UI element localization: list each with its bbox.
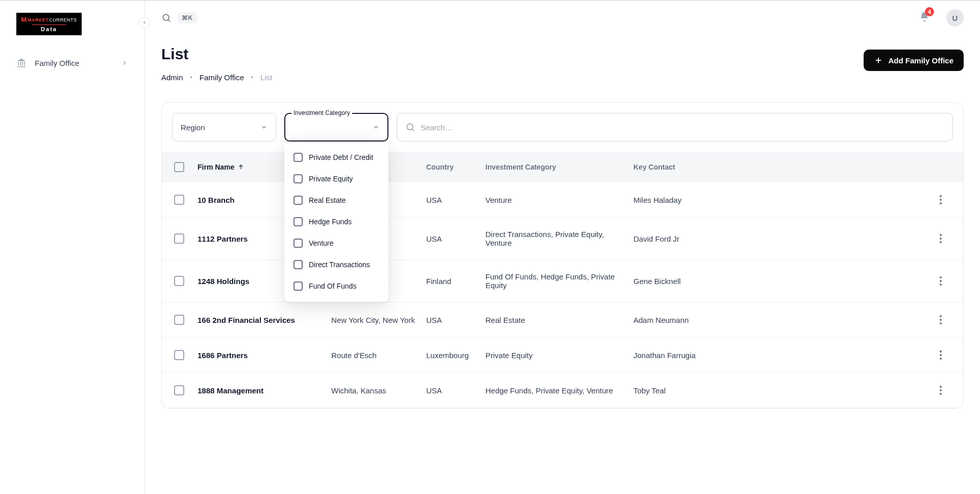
more-icon[interactable] bbox=[940, 234, 942, 243]
svg-line-1 bbox=[168, 20, 170, 22]
column-country[interactable]: Country bbox=[426, 163, 485, 171]
cell-location: Route d'Esch bbox=[331, 351, 426, 360]
notifications-button[interactable]: 4 bbox=[919, 11, 930, 25]
chevron-up-icon bbox=[373, 124, 380, 131]
investment-category-select[interactable]: Investment Category bbox=[284, 113, 388, 142]
svg-point-19 bbox=[940, 350, 942, 352]
table-row: 166 2nd Financial Services New York City… bbox=[162, 302, 963, 338]
cell-category: Fund Of Funds, Hedge Funds, Private Equi… bbox=[485, 272, 633, 290]
cell-firm[interactable]: 1888 Management bbox=[198, 386, 331, 395]
cell-country: USA bbox=[426, 386, 485, 395]
checkbox[interactable] bbox=[293, 260, 303, 269]
avatar[interactable]: U bbox=[946, 9, 964, 27]
svg-point-8 bbox=[940, 199, 942, 201]
svg-point-21 bbox=[940, 358, 942, 360]
region-select[interactable]: Region bbox=[172, 113, 276, 142]
svg-point-22 bbox=[940, 386, 942, 388]
sort-asc-icon bbox=[237, 163, 244, 171]
svg-point-9 bbox=[940, 202, 942, 204]
svg-point-15 bbox=[940, 284, 942, 286]
row-checkbox[interactable] bbox=[174, 350, 184, 360]
more-icon[interactable] bbox=[940, 315, 942, 324]
checkbox[interactable] bbox=[293, 153, 303, 162]
table-row: 1248 Holdings ouri Finland Fund Of Funds… bbox=[162, 260, 963, 302]
sidebar-item-label: Family Office bbox=[35, 59, 113, 67]
sidebar-item-family-office[interactable]: Family Office bbox=[8, 52, 136, 74]
cell-contact: David Ford Jr bbox=[633, 234, 930, 243]
select-all-checkbox[interactable] bbox=[174, 162, 184, 172]
add-button-label: Add Family Office bbox=[888, 56, 953, 65]
cell-category: Real Estate bbox=[485, 316, 633, 324]
search-icon bbox=[405, 122, 415, 132]
bank-icon bbox=[16, 58, 27, 68]
column-contact[interactable]: Key Contact bbox=[633, 163, 930, 171]
avatar-initial: U bbox=[952, 14, 958, 22]
dropdown-option[interactable]: Hedge Funds bbox=[284, 211, 388, 232]
table-row: 10 Branch USA Venture Miles Haladay bbox=[162, 182, 963, 218]
svg-point-11 bbox=[940, 238, 942, 240]
cell-contact: Gene Bicknell bbox=[633, 277, 930, 286]
cell-category: Private Equity bbox=[485, 351, 633, 360]
table: Firm Name Location Country Investment Ca… bbox=[162, 152, 963, 408]
more-icon[interactable] bbox=[940, 350, 942, 360]
row-checkbox[interactable] bbox=[174, 315, 184, 325]
breadcrumb-list: List bbox=[260, 73, 272, 82]
more-icon[interactable] bbox=[940, 195, 942, 204]
checkbox[interactable] bbox=[293, 239, 303, 248]
dropdown-option[interactable]: Fund Of Funds bbox=[284, 275, 388, 297]
main: ⌘K 4 U List Admin • Family Office • List bbox=[145, 1, 980, 494]
row-checkbox[interactable] bbox=[174, 385, 184, 395]
more-icon[interactable] bbox=[940, 276, 942, 286]
cell-country: USA bbox=[426, 316, 485, 324]
search-input[interactable] bbox=[421, 123, 944, 132]
sidebar-collapse-button[interactable] bbox=[139, 17, 150, 28]
checkbox[interactable] bbox=[293, 217, 303, 226]
cell-category: Direct Transactions, Private Equity, Ven… bbox=[485, 230, 633, 247]
cell-firm[interactable]: 1686 Partners bbox=[198, 351, 331, 360]
cell-country: USA bbox=[426, 196, 485, 204]
investment-category-dropdown: Private Debt / Credit Private Equity Rea… bbox=[284, 142, 388, 302]
search-icon[interactable] bbox=[161, 13, 172, 23]
cell-firm[interactable]: 166 2nd Financial Services bbox=[198, 316, 331, 324]
table-row: 1686 Partners Route d'Esch Luxembourg Pr… bbox=[162, 338, 963, 373]
table-row: 1112 Partners USA Direct Transactions, P… bbox=[162, 218, 963, 260]
add-family-office-button[interactable]: Add Family Office bbox=[864, 50, 964, 71]
breadcrumb-admin[interactable]: Admin bbox=[161, 73, 183, 82]
logo[interactable]: M MARKET CURRENTS Data bbox=[16, 13, 82, 35]
chevron-down-icon bbox=[260, 124, 267, 131]
cell-country: Finland bbox=[426, 277, 485, 286]
breadcrumb-family-office[interactable]: Family Office bbox=[200, 73, 244, 82]
checkbox[interactable] bbox=[293, 196, 303, 205]
plus-icon bbox=[874, 56, 883, 65]
search-field[interactable] bbox=[397, 113, 953, 142]
cell-category: Venture bbox=[485, 196, 633, 204]
table-header: Firm Name Location Country Investment Ca… bbox=[162, 152, 963, 182]
cell-country: Luxembourg bbox=[426, 351, 485, 360]
dropdown-option[interactable]: Direct Transactions bbox=[284, 254, 388, 275]
svg-point-16 bbox=[940, 315, 942, 317]
dropdown-option[interactable]: Venture bbox=[284, 232, 388, 254]
cell-country: USA bbox=[426, 234, 485, 243]
row-checkbox[interactable] bbox=[174, 195, 184, 205]
svg-point-14 bbox=[940, 280, 942, 282]
row-checkbox[interactable] bbox=[174, 233, 184, 244]
svg-point-4 bbox=[407, 124, 413, 130]
keyboard-shortcut: ⌘K bbox=[178, 12, 197, 23]
dropdown-option[interactable]: Real Estate bbox=[284, 190, 388, 211]
row-checkbox[interactable] bbox=[174, 276, 184, 286]
cell-contact: Adam Neumann bbox=[633, 316, 930, 324]
dropdown-option[interactable]: Private Debt / Credit bbox=[284, 147, 388, 168]
dropdown-option[interactable]: Private Equity bbox=[284, 168, 388, 190]
chevron-right-icon bbox=[121, 59, 128, 66]
page-title: List bbox=[161, 45, 864, 63]
more-icon[interactable] bbox=[940, 386, 942, 395]
svg-point-17 bbox=[940, 319, 942, 321]
notification-badge: 4 bbox=[925, 7, 934, 16]
investment-category-float-label: Investment Category bbox=[291, 109, 352, 116]
column-category[interactable]: Investment Category bbox=[485, 163, 633, 171]
cell-location: New York City, New York bbox=[331, 316, 426, 324]
svg-point-7 bbox=[940, 195, 942, 197]
checkbox[interactable] bbox=[293, 174, 303, 183]
checkbox[interactable] bbox=[293, 281, 303, 291]
topbar: ⌘K 4 U bbox=[145, 1, 980, 35]
